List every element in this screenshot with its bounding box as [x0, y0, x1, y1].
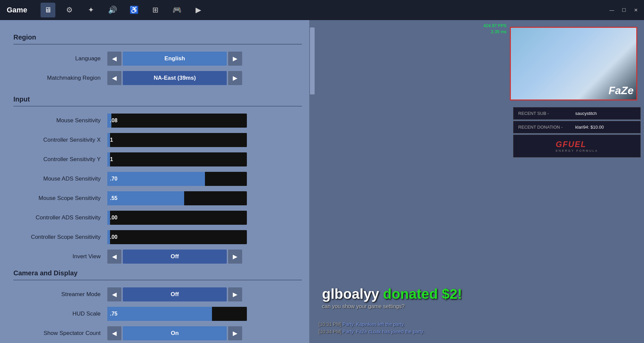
language-prev-button[interactable]: ◀ — [107, 52, 121, 66]
mouse-ads-row: Mouse ADS Sensitivity .70 — [13, 172, 302, 186]
replay-nav-icon[interactable]: ▶ — [191, 3, 206, 17]
brightness-nav-icon[interactable]: ✦ — [84, 3, 98, 17]
nav-icons: 🖥 ⚙ ✦ 🔊 ♿ ⊞ 🎮 ▶ — [41, 3, 206, 17]
mouse-scope-value: .55 — [110, 195, 117, 201]
spectator-label: Show Spectator Count — [13, 330, 107, 337]
controller-x-label: Controller Sensitivity X — [13, 137, 107, 143]
mouse-ads-value: .70 — [110, 176, 117, 182]
chat-text-1: Party: Kapinkies left the party. — [343, 322, 405, 327]
mouse-sensitivity-fill: .08 — [107, 114, 111, 128]
monitor-nav-icon[interactable]: 🖥 — [41, 3, 55, 17]
streamer-mode-value: Off — [123, 287, 227, 301]
recent-sub-label: RECENT SUB - — [518, 111, 572, 116]
matchmaking-prev-button[interactable]: ◀ — [107, 71, 121, 85]
streamer-next-button[interactable]: ▶ — [228, 287, 242, 301]
invert-prev-button[interactable]: ◀ — [107, 250, 121, 264]
mouse-ads-fill: .70 — [107, 172, 205, 186]
fps-value: 424.97 FPS — [483, 23, 506, 29]
controller-y-value: 1 — [110, 156, 113, 162]
spectator-value: On — [123, 326, 227, 340]
streamer-prev-button[interactable]: ◀ — [107, 287, 121, 301]
close-button[interactable]: ✕ — [631, 5, 641, 15]
controller-ads-track: .00 — [107, 211, 247, 225]
input-divider — [13, 106, 302, 107]
matchmaking-selector: ◀ NA-East (39ms) ▶ — [107, 71, 242, 85]
controller-y-fill: 1 — [107, 152, 110, 166]
language-next-button[interactable]: ▶ — [228, 52, 242, 66]
matchmaking-value: NA-East (39ms) — [123, 71, 227, 85]
mouse-scope-slider[interactable]: .55 — [107, 191, 248, 205]
controller-ads-fill: .00 — [107, 211, 110, 225]
invert-view-label: Invert View — [13, 253, 107, 260]
controller-y-track: 1 — [107, 152, 247, 166]
invert-view-selector: ◀ Off ▶ — [107, 250, 242, 264]
mouse-sensitivity-track: .08 — [107, 114, 247, 128]
mouse-ads-label: Mouse ADS Sensitivity — [13, 176, 107, 182]
controller-scope-label: Controller Scope Sensitivity — [13, 234, 107, 241]
streamer-mode-row: Streamer Mode ◀ Off ▶ — [13, 287, 302, 302]
spectator-next-button[interactable]: ▶ — [228, 326, 242, 340]
gfuel-banner: GFUEL ENERGY FORMULA — [513, 135, 641, 157]
controller-ads-slider[interactable]: .00 — [107, 211, 248, 225]
controller-y-label: Controller Sensitivity Y — [13, 156, 107, 163]
hud-nav-icon[interactable]: ⊞ — [148, 3, 163, 17]
gfuel-content: GFUEL ENERGY FORMULA — [556, 140, 598, 152]
region-header: Region — [13, 33, 302, 41]
chat-area: [10:31 PM] Party: Kapinkies left the par… — [319, 322, 480, 336]
language-row: Language ◀ English ▶ — [13, 51, 302, 66]
chat-message-1: [10:31 PM] Party: Kapinkies left the par… — [319, 322, 480, 327]
mouse-ads-track: .70 — [107, 172, 247, 186]
donation-overlay: glboalyy donated $2! can you show your g… — [322, 286, 462, 310]
fps-overlay: 424.97 FPS 2.35 ms — [483, 23, 506, 35]
controller-x-slider[interactable]: 1 — [107, 133, 248, 147]
settings-panel: Region Language ◀ English ▶ Matchmaking … — [0, 20, 315, 343]
accessibility-nav-icon[interactable]: ♿ — [126, 3, 141, 17]
mouse-sensitivity-row: Mouse Sensitivity .08 — [13, 113, 302, 128]
streamer-mode-label: Streamer Mode — [13, 291, 107, 298]
hud-scale-track: .75 — [107, 307, 247, 321]
hud-scale-slider[interactable]: .75 — [107, 307, 248, 321]
donation-user: glboalyy — [322, 286, 383, 302]
controller-y-slider[interactable]: 1 — [107, 152, 248, 166]
controller-ads-row: Controller ADS Sensitivity .00 — [13, 210, 302, 225]
invert-view-value: Off — [123, 250, 227, 264]
invert-next-button[interactable]: ▶ — [228, 250, 242, 264]
donation-text: glboalyy donated $2! — [322, 286, 462, 302]
window-title: Game — [7, 6, 27, 14]
hud-scale-fill: .75 — [107, 307, 212, 321]
matchmaking-label: Matchmaking Region — [13, 75, 107, 81]
language-selector: ◀ English ▶ — [107, 52, 242, 66]
minimize-button[interactable]: — — [607, 5, 616, 15]
title-bar: Game 🖥 ⚙ ✦ 🔊 ♿ ⊞ 🎮 ▶ — ☐ ✕ — [0, 0, 644, 20]
controller-scope-slider[interactable]: .00 — [107, 230, 248, 244]
maximize-button[interactable]: ☐ — [619, 5, 629, 15]
volume-nav-icon[interactable]: 🔊 — [105, 3, 120, 17]
gear-nav-icon[interactable]: ⚙ — [62, 3, 77, 17]
scrollbar-thumb[interactable] — [310, 27, 315, 94]
right-panel: 424.97 FPS 2.35 ms FaZe RECENT SUB - sau… — [315, 20, 644, 343]
spectator-prev-button[interactable]: ◀ — [107, 326, 121, 340]
hud-scale-row: HUD Scale .75 — [13, 306, 302, 321]
matchmaking-next-button[interactable]: ▶ — [228, 71, 242, 85]
chat-timestamp-1: [10:31 PM] — [319, 322, 341, 327]
controller-x-track: 1 — [107, 133, 247, 147]
gfuel-logo: GFUEL — [556, 140, 586, 149]
recent-sub-value: saucystitch — [575, 111, 597, 116]
spectator-row: Show Spectator Count ◀ On ▶ — [13, 326, 302, 341]
donation-amount: donated $2! — [383, 286, 462, 302]
webcam-placeholder: FaZe — [511, 28, 636, 99]
hud-scale-label: HUD Scale — [13, 311, 107, 317]
controller-scope-row: Controller Scope Sensitivity .00 — [13, 230, 302, 245]
mouse-sensitivity-slider[interactable]: .08 — [107, 114, 248, 128]
controller-y-row: Controller Sensitivity Y 1 — [13, 152, 302, 167]
matchmaking-row: Matchmaking Region ◀ NA-East (39ms) ▶ — [13, 71, 302, 85]
controller-x-value: 1 — [110, 137, 113, 143]
gfuel-tagline: ENERGY FORMULA — [556, 149, 598, 152]
scrollbar[interactable] — [309, 20, 315, 343]
chat-timestamp-2: [10:34 PM] — [319, 329, 341, 334]
controller-nav-icon[interactable]: 🎮 — [169, 3, 184, 17]
mouse-sensitivity-value: .08 — [110, 118, 117, 124]
recent-donation-row: RECENT DONATION - klari94: $10.00 — [513, 121, 641, 133]
mouse-ads-slider[interactable]: .70 — [107, 172, 248, 186]
donation-message: can you show your game settings? — [322, 303, 462, 310]
